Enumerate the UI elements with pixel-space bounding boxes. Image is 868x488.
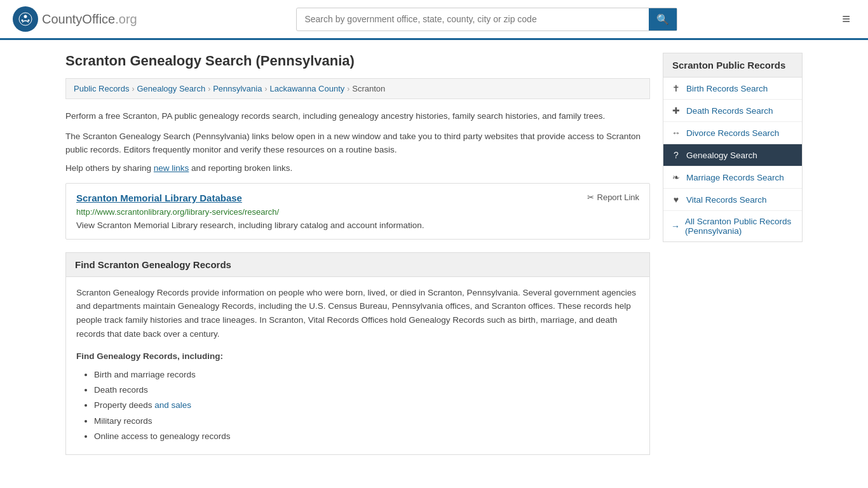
sidebar-item-all: → All Scranton Public Records (Pennsylva… [663,211,802,241]
link-card-title[interactable]: Scranton Memorial Library Database [76,193,242,203]
sidebar-item-vital: ♥ Vital Records Search [663,189,802,211]
sidebar-link-birth[interactable]: ✝ Birth Records Search [663,78,802,99]
report-link-button[interactable]: ✂ Report Link [587,193,639,202]
list-item: Online access to genealogy records [94,430,639,443]
sidebar-item-genealogy: ? Genealogy Search [663,144,802,166]
search-button[interactable]: 🔍 [649,8,677,30]
breadcrumb-item-2[interactable]: Pennsylvania [213,84,262,93]
sidebar-item-birth: ✝ Birth Records Search [663,78,802,100]
arrow-icon: → [671,221,680,231]
sidebar-link-divorce[interactable]: ↔ Divorce Records Search [663,122,802,144]
sidebar-item-marriage: ❧ Marriage Records Search [663,166,802,189]
sidebar-link-genealogy[interactable]: ? Genealogy Search [663,144,802,166]
breadcrumb-item-0[interactable]: Public Records [74,84,129,93]
svg-point-1 [24,15,27,18]
description-1: Perform a free Scranton, PA public genea… [65,109,650,123]
content-area: Scranton Genealogy Search (Pennsylvania)… [65,53,650,455]
list-item: Property deeds and sales [94,399,639,412]
sidebar-item-divorce: ↔ Divorce Records Search [663,122,802,144]
link-card: Scranton Memorial Library Database ✂ Rep… [65,183,650,240]
svg-point-0 [19,13,32,25]
breadcrumb-sep-2: › [264,85,267,93]
svg-point-3 [28,20,30,22]
scissors-icon: ✂ [587,193,594,202]
link-card-url: http://www.scrantonlibrary.org/library-s… [76,207,639,217]
sidebar-link-all[interactable]: → All Scranton Public Records (Pennsylva… [663,211,802,241]
genealogy-icon: ? [671,150,681,160]
breadcrumb: Public Records › Genealogy Search › Penn… [65,78,650,99]
breadcrumb-sep-3: › [347,85,349,93]
new-links-link[interactable]: new links [154,163,189,173]
svg-point-2 [22,20,24,22]
list-item: Death records [94,384,639,396]
list-item: Birth and marriage records [94,369,639,381]
breadcrumb-sep-1: › [208,85,210,93]
find-section-text: Scranton Genealogy Records provide infor… [76,286,639,341]
help-text: Help others by sharing new links and rep… [65,163,650,173]
death-icon: ✚ [671,105,681,116]
find-section-body: Scranton Genealogy Records provide infor… [65,277,650,455]
link-card-header: Scranton Memorial Library Database ✂ Rep… [76,193,639,203]
menu-button[interactable]: ≡ [837,8,855,30]
sidebar: Scranton Public Records ✝ Birth Records … [663,53,803,455]
breadcrumb-item-4: Scranton [352,84,385,93]
search-input[interactable] [297,9,649,29]
vital-icon: ♥ [671,194,681,205]
sidebar-link-death[interactable]: ✚ Death Records Search [663,100,802,121]
search-bar: 🔍 [296,8,677,31]
breadcrumb-sep-0: › [132,85,134,93]
main-container: Scranton Genealogy Search (Pennsylvania)… [53,40,815,468]
search-icon: 🔍 [656,14,669,25]
marriage-icon: ❧ [671,172,681,182]
sidebar-link-vital[interactable]: ♥ Vital Records Search [663,189,802,210]
site-header: CountyOffice.org 🔍 ≡ [0,0,868,40]
breadcrumb-item-3[interactable]: Lackawanna County [269,84,344,93]
birth-icon: ✝ [671,83,681,93]
description-2: The Scranton Genealogy Search (Pennsylva… [65,130,650,157]
find-list-label: Find Genealogy Records, including: [76,349,639,363]
sidebar-link-marriage[interactable]: ❧ Marriage Records Search [663,166,802,188]
find-list: Birth and marriage records Death records… [76,369,639,443]
page-title: Scranton Genealogy Search (Pennsylvania) [65,53,650,69]
logo-icon [13,6,38,32]
find-section: Find Scranton Genealogy Records Scranton… [65,252,650,455]
link-card-desc: View Scranton Memorial Library research,… [76,220,639,230]
sidebar-title: Scranton Public Records [663,53,803,77]
sidebar-item-death: ✚ Death Records Search [663,100,802,122]
sidebar-list: ✝ Birth Records Search ✚ Death Records S… [663,77,803,242]
find-section-header: Find Scranton Genealogy Records [65,252,650,277]
logo-link[interactable]: CountyOffice.org [13,6,137,32]
divorce-icon: ↔ [671,128,681,138]
list-item: Military records [94,415,639,428]
breadcrumb-item-1[interactable]: Genealogy Search [137,84,205,93]
logo-text: CountyOffice.org [42,12,137,27]
hamburger-icon: ≡ [842,11,850,27]
